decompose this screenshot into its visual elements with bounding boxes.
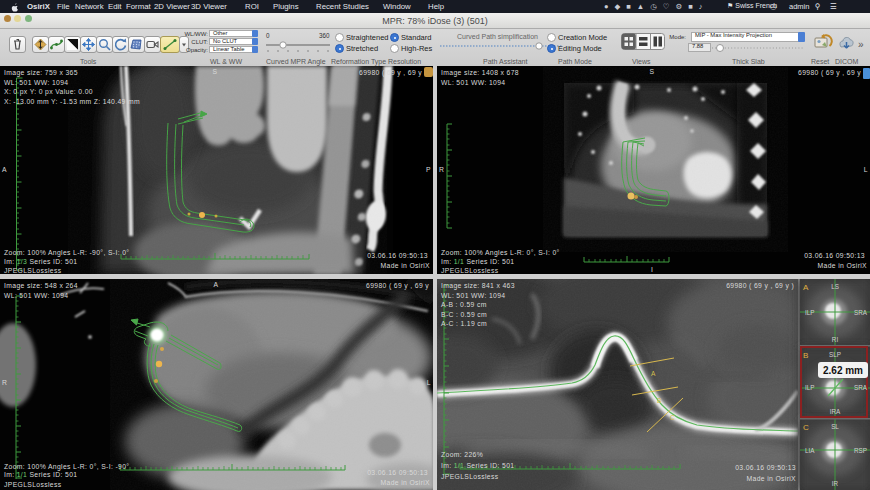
svg-text:Made in OsiriX: Made in OsiriX bbox=[381, 262, 431, 269]
svg-text:C: C bbox=[803, 423, 809, 432]
svg-text:JPEGLSLossless: JPEGLSLossless bbox=[4, 481, 62, 488]
svg-text:R: R bbox=[2, 379, 7, 386]
svg-text:WL: 501 WW: 1094: WL: 501 WW: 1094 bbox=[441, 79, 505, 86]
svg-text:SRA: SRA bbox=[854, 309, 868, 316]
svg-text:SLP: SLP bbox=[829, 351, 841, 358]
svg-text:ILP: ILP bbox=[805, 384, 814, 391]
svg-text:Zoom: 100% Angles L-R: -90°, S: Zoom: 100% Angles L-R: -90°, S-I: 0° bbox=[4, 249, 129, 257]
svg-text:0: 0 bbox=[266, 32, 270, 39]
svg-text:RSP: RSP bbox=[854, 447, 867, 454]
svg-text:Image size: 759 x 365: Image size: 759 x 365 bbox=[4, 69, 78, 77]
svg-text:A-B : 0.59 cm: A-B : 0.59 cm bbox=[441, 301, 487, 308]
svg-text:C: C bbox=[670, 414, 675, 421]
svg-text:360: 360 bbox=[319, 32, 330, 39]
svg-text:Image size: 548 x 264: Image size: 548 x 264 bbox=[4, 282, 78, 290]
svg-text:03.06.16 09:50:13: 03.06.16 09:50:13 bbox=[735, 464, 796, 471]
svg-text:JPEGLSLossless: JPEGLSLossless bbox=[441, 267, 499, 274]
svg-text:69980 ( 69 y , 69 y: 69980 ( 69 y , 69 y bbox=[366, 282, 429, 290]
svg-text:ILP: ILP bbox=[805, 309, 814, 316]
svg-text:Zoom: 100% Angles L-R: 0°, S-I: Zoom: 100% Angles L-R: 0°, S-I: 0° bbox=[441, 249, 560, 257]
svg-text:03.06.16 09:50:13: 03.06.16 09:50:13 bbox=[367, 252, 428, 259]
svg-text:B: B bbox=[657, 397, 661, 404]
svg-text:I: I bbox=[651, 266, 653, 273]
svg-text:A: A bbox=[803, 283, 809, 292]
svg-text:X: -13.00 mm Y: -1.53 mm Z: 14: X: -13.00 mm Y: -1.53 mm Z: 140.49 mm bbox=[4, 98, 140, 105]
svg-text:WL: 501 WW: 1094: WL: 501 WW: 1094 bbox=[441, 292, 505, 299]
svg-text:03.06.16 09:50:13: 03.06.16 09:50:13 bbox=[804, 252, 865, 259]
svg-text:B-C : 0.59 cm: B-C : 0.59 cm bbox=[441, 311, 487, 318]
svg-text:JPEGLSLossless: JPEGLSLossless bbox=[441, 473, 499, 480]
svg-text:P: P bbox=[426, 166, 431, 173]
svg-text:S: S bbox=[213, 68, 218, 75]
svg-text:Made in OsiriX: Made in OsiriX bbox=[818, 262, 868, 269]
svg-text:A: A bbox=[2, 166, 7, 173]
svg-text:Image size: 841 x 463: Image size: 841 x 463 bbox=[441, 282, 515, 290]
svg-text:R: R bbox=[439, 166, 444, 173]
svg-text:Made in OsiriX: Made in OsiriX bbox=[381, 479, 431, 486]
svg-text:69980 ( 69 y , 69 y: 69980 ( 69 y , 69 y bbox=[359, 69, 422, 77]
svg-text:JPEGLSLossless: JPEGLSLossless bbox=[4, 267, 62, 274]
svg-text:LIA: LIA bbox=[805, 447, 815, 454]
svg-text:Zoom: 100% Angles L-R: 0°, S-I: Zoom: 100% Angles L-R: 0°, S-I: -90° bbox=[4, 463, 129, 471]
svg-text:2.62 mm: 2.62 mm bbox=[823, 365, 863, 376]
svg-text:S: S bbox=[650, 68, 655, 75]
svg-text:L: L bbox=[427, 379, 431, 386]
svg-text:B: B bbox=[803, 351, 808, 360]
svg-text:WL: 501 WW: 1094: WL: 501 WW: 1094 bbox=[4, 79, 68, 86]
svg-text:A: A bbox=[651, 370, 656, 377]
svg-text:03.06.16 09:50:13: 03.06.16 09:50:13 bbox=[367, 469, 428, 476]
svg-text:Im: 1/1 Series ID: 501: Im: 1/1 Series ID: 501 bbox=[4, 471, 77, 478]
svg-text:IRA: IRA bbox=[830, 408, 841, 415]
svg-text:Im: 1/3 Series ID: 501: Im: 1/3 Series ID: 501 bbox=[4, 258, 77, 265]
svg-text:IR: IR bbox=[832, 480, 839, 487]
svg-text:L: L bbox=[864, 166, 868, 173]
svg-text:Im: 1/1 Series ID: 501: Im: 1/1 Series ID: 501 bbox=[441, 258, 514, 265]
svg-text:A-C : 1.19 cm: A-C : 1.19 cm bbox=[441, 320, 487, 327]
svg-text:Zoom: 226%: Zoom: 226% bbox=[441, 451, 483, 458]
svg-text:Im: 1/1 Series ID: 501: Im: 1/1 Series ID: 501 bbox=[441, 462, 514, 469]
svg-text:SL: SL bbox=[831, 423, 839, 430]
svg-text:Made in OsiriX: Made in OsiriX bbox=[747, 475, 797, 482]
svg-text:69980 ( 69 y , 69 y ): 69980 ( 69 y , 69 y ) bbox=[726, 282, 794, 290]
svg-text:A: A bbox=[214, 281, 219, 288]
svg-text:Image size: 1408 x 678: Image size: 1408 x 678 bbox=[441, 69, 519, 77]
svg-text:69980 ( 69 y , 69 y: 69980 ( 69 y , 69 y bbox=[798, 69, 861, 77]
svg-text:SRA: SRA bbox=[854, 384, 868, 391]
svg-text:X: 0 px Y: 0 px Value: 0.00: X: 0 px Y: 0 px Value: 0.00 bbox=[4, 88, 93, 96]
svg-text:LS: LS bbox=[831, 283, 839, 290]
svg-text:RI: RI bbox=[832, 336, 839, 343]
svg-text:WL: 501 WW: 1094: WL: 501 WW: 1094 bbox=[4, 292, 68, 299]
